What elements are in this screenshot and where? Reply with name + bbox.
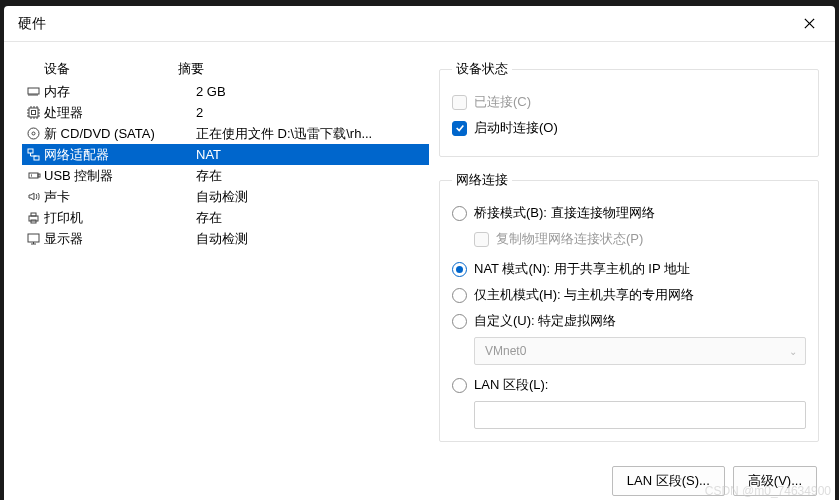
device-row[interactable]: 显示器自动检测: [22, 228, 429, 249]
advanced-button[interactable]: 高级(V)...: [733, 466, 817, 496]
device-summary: 2 GB: [196, 84, 429, 99]
device-list-pane: 设备 摘要 内存2 GB处理器2新 CD/DVD (SATA)正在使用文件 D:…: [22, 60, 429, 494]
device-name: 内存: [44, 83, 196, 101]
check-icon: [455, 123, 465, 133]
bridged-label: 桥接模式(B): 直接连接物理网络: [474, 204, 655, 222]
network-connection-group: 网络连接 桥接模式(B): 直接连接物理网络 复制物理网络连接状态(P) NAT…: [439, 171, 819, 442]
device-list[interactable]: 内存2 GB处理器2新 CD/DVD (SATA)正在使用文件 D:\迅雷下载\…: [22, 81, 429, 249]
memory-icon: [24, 83, 42, 101]
device-row[interactable]: 声卡自动检测: [22, 186, 429, 207]
device-status-legend: 设备状态: [452, 60, 512, 78]
device-summary: 2: [196, 105, 429, 120]
bridged-radio[interactable]: [452, 206, 467, 221]
window-title: 硬件: [18, 15, 46, 33]
device-row[interactable]: 新 CD/DVD (SATA)正在使用文件 D:\迅雷下载\rh...: [22, 123, 429, 144]
device-row[interactable]: 网络适配器NAT: [22, 144, 429, 165]
close-button[interactable]: [787, 9, 831, 39]
device-name: 处理器: [44, 104, 196, 122]
device-summary: 正在使用文件 D:\迅雷下载\rh...: [196, 125, 429, 143]
custom-label: 自定义(U): 特定虚拟网络: [474, 312, 616, 330]
usb-icon: [24, 167, 42, 185]
vmnet-select: VMnet0 ⌄: [474, 337, 806, 365]
vmnet-value: VMnet0: [485, 344, 526, 358]
hardware-dialog: 硬件 设备 摘要 内存2 GB处理器2新 CD/DVD (SATA)正在使用文件…: [4, 6, 835, 500]
device-name: 打印机: [44, 209, 196, 227]
device-name: 显示器: [44, 230, 196, 248]
device-summary: 自动检测: [196, 188, 429, 206]
device-status-group: 设备状态 已连接(C) 启动时连接(O): [439, 60, 819, 157]
hostonly-radio[interactable]: [452, 288, 467, 303]
hostonly-label: 仅主机模式(H): 与主机共享的专用网络: [474, 286, 694, 304]
button-bar: LAN 区段(S)... 高级(V)...: [439, 456, 819, 500]
lan-segments-button[interactable]: LAN 区段(S)...: [612, 466, 725, 496]
connect-on-start-label: 启动时连接(O): [474, 119, 558, 137]
copy-physical-checkbox: [474, 232, 489, 247]
nat-label: NAT 模式(N): 用于共享主机的 IP 地址: [474, 260, 690, 278]
device-row[interactable]: 处理器2: [22, 102, 429, 123]
device-row[interactable]: USB 控制器存在: [22, 165, 429, 186]
lan-segment-radio[interactable]: [452, 378, 467, 393]
disc-icon: [24, 125, 42, 143]
nat-radio[interactable]: [452, 262, 467, 277]
device-summary: 存在: [196, 167, 429, 185]
device-row[interactable]: 打印机存在: [22, 207, 429, 228]
device-name: USB 控制器: [44, 167, 196, 185]
column-device: 设备: [22, 60, 178, 78]
lan-segment-label: LAN 区段(L):: [474, 376, 548, 394]
close-icon: [803, 17, 816, 30]
custom-radio[interactable]: [452, 314, 467, 329]
device-summary: 自动检测: [196, 230, 429, 248]
device-list-header: 设备 摘要: [22, 60, 429, 81]
chevron-down-icon: ⌄: [789, 346, 797, 357]
network-connection-legend: 网络连接: [452, 171, 512, 189]
printer-icon: [24, 209, 42, 227]
sound-icon: [24, 188, 42, 206]
connected-checkbox: [452, 95, 467, 110]
device-summary: 存在: [196, 209, 429, 227]
lan-segment-select: [474, 401, 806, 429]
device-name: 声卡: [44, 188, 196, 206]
network-icon: [24, 146, 42, 164]
device-name: 新 CD/DVD (SATA): [44, 125, 196, 143]
display-icon: [24, 230, 42, 248]
device-name: 网络适配器: [44, 146, 196, 164]
titlebar: 硬件: [4, 6, 835, 42]
connect-on-start-checkbox[interactable]: [452, 121, 467, 136]
connected-label: 已连接(C): [474, 93, 531, 111]
cpu-icon: [24, 104, 42, 122]
copy-physical-label: 复制物理网络连接状态(P): [496, 230, 643, 248]
device-summary: NAT: [196, 147, 429, 162]
device-row[interactable]: 内存2 GB: [22, 81, 429, 102]
column-summary: 摘要: [178, 60, 429, 78]
settings-pane: 设备状态 已连接(C) 启动时连接(O) 网络连接 桥接模式(B): 直接连接物…: [439, 60, 819, 494]
